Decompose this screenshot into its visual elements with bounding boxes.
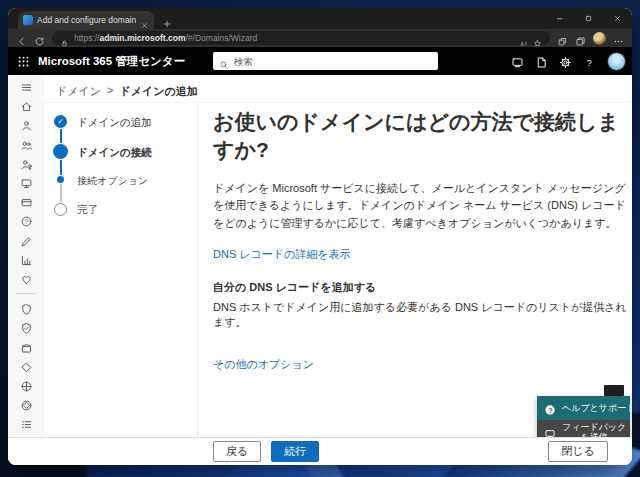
- header-actions: ?: [511, 47, 626, 75]
- favorites-icon[interactable]: [533, 34, 542, 43]
- help-circle-icon: ?: [544, 402, 556, 414]
- url-host: admin.microsoft.com: [100, 33, 186, 43]
- tab-favicon-icon: [23, 15, 33, 25]
- lock-icon[interactable]: [60, 34, 69, 43]
- sidebar-item-sharepoint[interactable]: [20, 398, 33, 411]
- sidebar-item-security[interactable]: [20, 302, 33, 315]
- sidebar-item-menu[interactable]: [20, 80, 33, 93]
- url-prefix: https://: [74, 33, 100, 43]
- sidebar-item-teams-groups[interactable]: [20, 138, 33, 151]
- content-divider: [197, 102, 198, 437]
- continue-button[interactable]: 続行: [271, 441, 319, 463]
- main-panel: お使いのドメインにはどの方法で接続しますか? ドメインを Microsoft サ…: [213, 108, 627, 372]
- step-connector: [60, 184, 62, 202]
- account-avatar[interactable]: [607, 52, 626, 71]
- sidebar-item-home[interactable]: [20, 99, 33, 112]
- address-bar[interactable]: https://admin.microsoft.com/#/Domains/Wi…: [52, 31, 550, 45]
- svg-text:?: ?: [24, 218, 28, 225]
- browser-tab-bar: Add and configure domain - Mic: [8, 8, 632, 29]
- browser-toolbar: https://admin.microsoft.com/#/Domains/Wi…: [8, 29, 632, 47]
- sidebar-item-billing[interactable]: [20, 195, 33, 208]
- sidebar-item-support[interactable]: ?: [20, 214, 33, 227]
- step-label-done: 完了: [77, 203, 98, 217]
- sidebar-divider: [16, 293, 36, 294]
- page-description: ドメインを Microsoft サービスに接続して、メールとインスタント メッセ…: [213, 180, 627, 233]
- sidebar-item-exchange[interactable]: [20, 341, 33, 354]
- step-connector: [60, 160, 62, 175]
- breadcrumb-current: ドメインの追加: [119, 84, 197, 99]
- sidebar-item-compliance[interactable]: [20, 321, 33, 334]
- page-content: ? ドメイン > ドメインの追加 ✓ ドメインの追加 ドメインの接続 接続オプシ…: [8, 75, 632, 465]
- sidebar-item-setup[interactable]: [20, 234, 33, 247]
- refresh-icon[interactable]: [34, 33, 45, 44]
- window-minimize-button[interactable]: [545, 8, 574, 29]
- browser-more-icon[interactable]: [613, 33, 624, 44]
- header-release-notes-icon[interactable]: [511, 55, 524, 68]
- widget-collapse-button[interactable]: [604, 385, 624, 396]
- browser-window: Add and configure domain - Mic https://a…: [8, 8, 632, 465]
- breadcrumb: ドメイン > ドメインの追加: [56, 84, 198, 99]
- tab-title: Add and configure domain - Mic: [37, 15, 136, 25]
- back-icon[interactable]: [16, 33, 27, 44]
- search-icon: [219, 56, 229, 66]
- search-input[interactable]: [234, 56, 432, 67]
- step-label-connect-domain: ドメインの接続: [77, 146, 152, 160]
- m365-header: Microsoft 365 管理センター ?: [8, 47, 632, 75]
- option-title: 自分の DNS レコードを追加する: [213, 280, 627, 295]
- help-support-button[interactable]: ? ヘルプとサポート: [537, 396, 630, 420]
- help-support-label: ヘルプとサポート: [562, 403, 632, 413]
- sidebar-item-azure-ad[interactable]: [20, 360, 33, 373]
- wizard-footer: 戻る 続行 閉じる: [8, 437, 632, 465]
- breadcrumb-separator-icon: >: [107, 84, 113, 99]
- app-title[interactable]: Microsoft 365 管理センター: [38, 54, 185, 69]
- close-button[interactable]: 閉じる: [548, 441, 608, 463]
- minus-icon: [610, 387, 618, 395]
- option-description: DNS ホストでドメイン用に追加する必要がある DNS レコードのリストが提供さ…: [213, 300, 627, 330]
- read-aloud-icon[interactable]: A: [519, 34, 528, 43]
- feedback-label-line1: フィードバック: [562, 422, 626, 432]
- dns-details-link[interactable]: DNS レコードの詳細を表示: [213, 247, 351, 262]
- left-nav-sidebar: ?: [8, 75, 44, 437]
- sidebar-item-reports[interactable]: [20, 253, 33, 266]
- step-completed-icon: ✓: [54, 115, 67, 128]
- extensions-icon[interactable]: [557, 33, 568, 44]
- desktop-background: Add and configure domain - Mic https://a…: [0, 0, 640, 477]
- breadcrumb-parent[interactable]: ドメイン: [56, 84, 101, 99]
- more-options-link[interactable]: その他のオプション: [213, 357, 314, 372]
- header-gear-icon[interactable]: [559, 55, 572, 68]
- window-close-button[interactable]: [603, 8, 632, 29]
- url-text: https://admin.microsoft.com/#/Domains/Wi…: [74, 33, 514, 43]
- sidebar-item-users[interactable]: [20, 118, 33, 131]
- step-upcoming-icon: [54, 203, 67, 216]
- step-substep-icon: [57, 176, 64, 183]
- svg-text:A: A: [520, 40, 524, 46]
- window-controls: [545, 8, 632, 29]
- search-box[interactable]: [213, 52, 438, 70]
- browser-tab[interactable]: Add and configure domain - Mic: [18, 11, 154, 29]
- breadcrumb-divider: [44, 102, 632, 103]
- new-tab-button[interactable]: [162, 15, 172, 25]
- header-help-icon[interactable]: ?: [583, 55, 596, 68]
- page-title: お使いのドメインにはどの方法で接続しますか?: [213, 108, 627, 164]
- svg-text:?: ?: [587, 57, 592, 67]
- browser-profile-avatar[interactable]: [593, 32, 606, 45]
- sidebar-item-endpoint-manager[interactable]: [20, 379, 33, 392]
- step-current-icon: [53, 144, 68, 159]
- back-button[interactable]: 戻る: [213, 441, 261, 463]
- app-launcher-waffle-icon[interactable]: [8, 47, 38, 75]
- sidebar-item-show-all[interactable]: [20, 417, 33, 430]
- sidebar-item-roles[interactable]: [20, 157, 33, 170]
- tab-close-icon[interactable]: [140, 16, 149, 25]
- window-maximize-button[interactable]: [574, 8, 603, 29]
- step-label-connection-options: 接続オプション: [77, 174, 148, 188]
- sidebar-item-resources[interactable]: [20, 176, 33, 189]
- header-document-icon[interactable]: [535, 55, 548, 68]
- sidebar-item-health[interactable]: [20, 272, 33, 285]
- svg-text:?: ?: [548, 407, 552, 415]
- step-label-add-domain: ドメインの追加: [77, 116, 152, 130]
- url-path: /#/Domains/Wizard: [185, 33, 257, 43]
- step-connector: [60, 129, 62, 143]
- collections-icon[interactable]: [575, 33, 586, 44]
